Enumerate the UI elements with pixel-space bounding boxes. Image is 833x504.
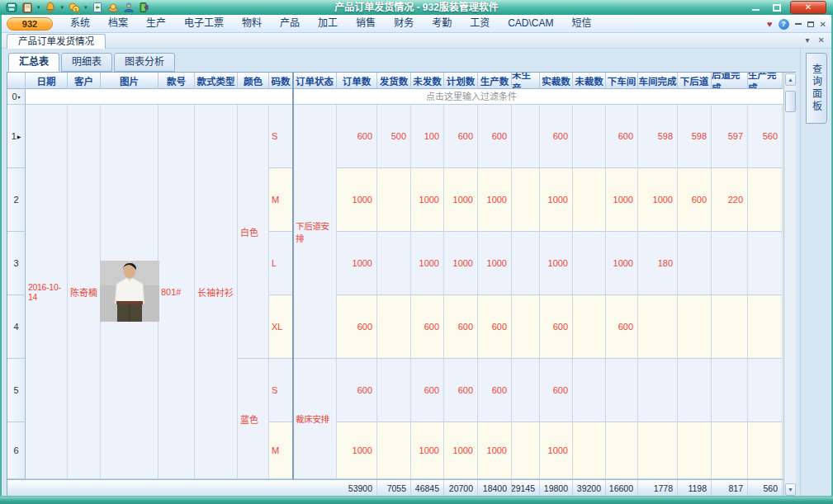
column-header[interactable]: 车间完成: [638, 73, 678, 89]
data-cell[interactable]: 500: [377, 105, 411, 168]
vertical-scrollbar[interactable]: ▲ ▼: [783, 73, 796, 497]
data-cell[interactable]: 220: [712, 168, 748, 232]
query-panel-tab[interactable]: 查询面板: [806, 53, 827, 124]
data-cell[interactable]: [573, 168, 606, 232]
data-cell[interactable]: [748, 359, 783, 422]
menu-item-eticket[interactable]: 电子工票: [175, 15, 233, 32]
data-cell[interactable]: [606, 422, 638, 479]
data-cell[interactable]: 600: [540, 105, 573, 168]
size-cell[interactable]: M: [269, 168, 293, 232]
menu-item-processing[interactable]: 加工: [309, 15, 347, 32]
column-header[interactable]: 实裁数: [540, 73, 573, 89]
data-cell[interactable]: 1000: [337, 232, 377, 295]
column-header[interactable]: 下后道: [678, 73, 712, 89]
data-cell[interactable]: [377, 295, 411, 359]
data-cell[interactable]: [712, 295, 748, 359]
close-button[interactable]: ✕: [790, 1, 826, 14]
data-cell[interactable]: 598: [638, 105, 678, 168]
data-cell[interactable]: 1000: [444, 168, 478, 232]
menu-item-archive[interactable]: 档案: [99, 15, 137, 32]
color-cell[interactable]: 蓝色: [238, 359, 269, 479]
data-cell[interactable]: 600: [337, 105, 377, 168]
tab-order-shipment[interactable]: 产品订单发货情况: [7, 34, 106, 49]
data-cell[interactable]: 600: [444, 295, 478, 359]
row-number[interactable]: 1▶: [7, 105, 26, 168]
data-cell[interactable]: 1000: [411, 422, 444, 479]
data-cell[interactable]: 1000: [444, 232, 478, 295]
tab-close-icon[interactable]: ✕: [818, 35, 825, 45]
menu-item-sms[interactable]: 短信: [563, 15, 601, 32]
data-cell[interactable]: [678, 232, 712, 295]
data-cell[interactable]: [512, 422, 540, 479]
data-cell[interactable]: 1000: [540, 232, 573, 295]
column-header[interactable]: 图片: [101, 73, 159, 89]
data-cell[interactable]: [512, 295, 540, 359]
data-cell[interactable]: 600: [444, 105, 478, 168]
data-cell[interactable]: [638, 422, 678, 479]
data-cell[interactable]: 1000: [411, 232, 444, 295]
data-cell[interactable]: 1000: [478, 422, 512, 479]
tab-list-chevron-icon[interactable]: ▾: [806, 35, 810, 45]
order-status-cell[interactable]: 裁床安排: [293, 359, 337, 479]
data-cell[interactable]: 600: [540, 295, 573, 359]
data-cell[interactable]: 600: [337, 359, 377, 422]
data-cell[interactable]: 1000: [337, 422, 377, 479]
style-type-cell[interactable]: 长袖衬衫: [195, 105, 238, 479]
row-number[interactable]: 5: [7, 359, 26, 422]
pane-restore-icon[interactable]: [807, 21, 814, 27]
color-cell[interactable]: 白色: [238, 105, 269, 359]
menu-item-attendance[interactable]: 考勤: [423, 15, 461, 32]
data-cell[interactable]: [573, 295, 606, 359]
tab-chart-analysis[interactable]: 图表分析: [114, 53, 175, 72]
data-cell[interactable]: [748, 232, 783, 295]
column-header[interactable]: 生产完成: [748, 73, 783, 89]
data-cell[interactable]: 600: [337, 295, 377, 359]
customer-cell[interactable]: 陈奇楠: [68, 105, 101, 479]
data-cell[interactable]: [512, 359, 540, 422]
data-cell[interactable]: 1000: [606, 232, 638, 295]
data-cell[interactable]: 1000: [540, 422, 573, 479]
column-header[interactable]: 未发数: [411, 73, 444, 89]
data-cell[interactable]: [377, 232, 411, 295]
row-number[interactable]: 4: [7, 295, 26, 359]
size-cell[interactable]: S: [269, 105, 293, 168]
data-cell[interactable]: 600: [411, 359, 444, 422]
menu-item-sales[interactable]: 销售: [347, 15, 385, 32]
menu-item-product[interactable]: 产品: [271, 15, 309, 32]
data-cell[interactable]: [748, 168, 783, 232]
column-header[interactable]: 后道完成: [712, 73, 748, 89]
size-cell[interactable]: L: [269, 232, 293, 295]
data-cell[interactable]: 1000: [444, 422, 478, 479]
data-cell[interactable]: [678, 359, 712, 422]
tab-detail[interactable]: 明细表: [61, 53, 112, 72]
data-cell[interactable]: 1000: [540, 168, 573, 232]
column-header[interactable]: 颜色: [238, 73, 269, 89]
scrollbar-thumb[interactable]: [785, 91, 796, 112]
column-header[interactable]: 发货数: [377, 73, 411, 89]
maximize-button[interactable]: [769, 2, 785, 13]
data-cell[interactable]: [573, 232, 606, 295]
data-cell[interactable]: 1000: [411, 168, 444, 232]
size-cell[interactable]: M: [269, 422, 293, 479]
data-cell[interactable]: 600: [606, 295, 638, 359]
column-header[interactable]: 未生产: [512, 73, 540, 89]
data-cell[interactable]: [712, 422, 748, 479]
data-cell[interactable]: [573, 105, 606, 168]
order-status-cell[interactable]: 下后道安排: [293, 105, 337, 359]
data-cell[interactable]: [606, 359, 638, 422]
menu-item-production[interactable]: 生产: [137, 15, 175, 32]
data-cell[interactable]: [712, 359, 748, 422]
panel-splitter[interactable]: [800, 49, 801, 496]
scroll-up-icon[interactable]: ▲: [785, 73, 796, 86]
scroll-down-icon[interactable]: ▼: [785, 483, 796, 496]
data-cell[interactable]: [748, 295, 783, 359]
data-cell[interactable]: [377, 359, 411, 422]
size-cell[interactable]: XL: [269, 295, 293, 359]
row-number[interactable]: 3: [7, 232, 26, 295]
data-cell[interactable]: [573, 359, 606, 422]
brand-button[interactable]: 932: [7, 17, 53, 31]
minimize-button[interactable]: [747, 2, 764, 13]
data-cell[interactable]: 600: [478, 105, 512, 168]
data-cell[interactable]: 600: [478, 295, 512, 359]
data-cell[interactable]: [748, 422, 783, 479]
